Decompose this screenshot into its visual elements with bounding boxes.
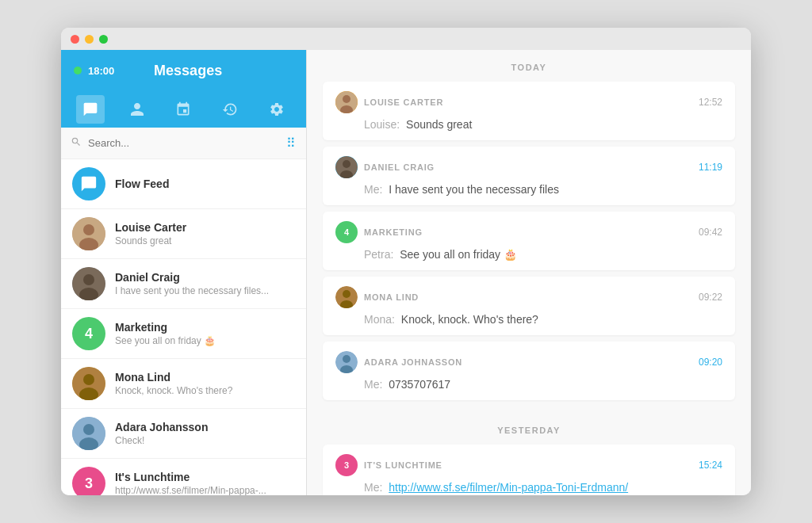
msg-sender-lunchtime: IT'S LUNCHTIME (364, 460, 442, 470)
conversations-list: Flow Feed Louise Carter Sounds gr (61, 159, 306, 495)
svg-point-16 (343, 160, 350, 168)
msg-time-daniel: 11:19 (699, 162, 722, 173)
search-icon (71, 136, 82, 151)
sidebar-nav (61, 91, 306, 128)
avatar-adara-johansson (72, 417, 105, 450)
svg-point-7 (83, 374, 94, 385)
conv-name-flow-feed: Flow Feed (115, 178, 295, 190)
msg-body-marketing: Petra: See you all on friday 🎂 (335, 248, 722, 261)
svg-point-19 (343, 290, 350, 298)
conv-item-flow-feed[interactable]: Flow Feed (61, 159, 306, 209)
msg-sender-daniel: DANIEL CRAIG (364, 162, 435, 172)
svg-point-22 (343, 355, 350, 363)
maximize-button[interactable] (99, 35, 108, 44)
msg-body-mona: Mona: Knock, knock. Who's there? (335, 313, 722, 326)
conv-preview-mona-lind: Knock, knock. Who's there? (115, 385, 295, 396)
messages-area: TODAY LOUISE CARTER (307, 50, 751, 495)
message-card-daniel: DANIEL CRAIG 11:19 Me: I have sent you t… (323, 147, 735, 205)
msg-avatar-adara (335, 351, 358, 373)
avatar-marketing: 4 (72, 317, 105, 350)
msg-sender-marketing: MARKETING (364, 227, 423, 237)
conv-info-louise-carter: Louise Carter Sounds great (115, 221, 295, 246)
conv-name-daniel-craig: Daniel Craig (115, 271, 295, 284)
avatar-daniel-craig (72, 267, 105, 300)
msg-avatar-marketing: 4 (335, 221, 358, 243)
nav-contacts[interactable] (123, 95, 151, 124)
conv-item-mona-lind[interactable]: Mona Lind Knock, knock. Who's there? (61, 359, 306, 409)
msg-avatar-lunchtime: 3 (335, 454, 358, 476)
svg-point-4 (83, 274, 94, 285)
msg-sender-louise: LOUISE CARTER (364, 97, 443, 107)
msg-header-left-louise: LOUISE CARTER (335, 91, 443, 113)
msg-body-daniel: Me: I have sent you the necessary files (335, 183, 722, 196)
search-input[interactable] (88, 137, 280, 149)
conv-item-daniel-craig[interactable]: Daniel Craig I have sent you the necessa… (61, 259, 306, 309)
nav-chat[interactable] (76, 95, 105, 124)
conv-preview-adara-johansson: Check! (115, 435, 295, 446)
nav-settings[interactable] (262, 95, 291, 124)
main-content: 18:00 Messages (61, 50, 751, 495)
msg-header-left-lunchtime: 3 IT'S LUNCHTIME (335, 454, 442, 476)
sidebar-header: 18:00 Messages (61, 50, 306, 91)
avatar-louise-carter (72, 217, 105, 250)
conv-info-adara-johansson: Adara Johansson Check! (115, 421, 295, 446)
conv-item-louise-carter[interactable]: Louise Carter Sounds great (61, 209, 306, 259)
message-card-adara: ADARA JOHNASSON 09:20 Me: 0735707617 (323, 342, 735, 400)
conv-name-mona-lind: Mona Lind (115, 371, 295, 384)
msg-header-mona: MONA LIND 09:22 (335, 286, 722, 308)
conv-name-adara-johansson: Adara Johansson (115, 421, 295, 433)
conv-info-lunchtime: It's Lunchtime http://www.sf.se/filmer/M… (115, 471, 295, 495)
conv-name-marketing: Marketing (115, 321, 295, 334)
msg-header-lunchtime: 3 IT'S LUNCHTIME 15:24 (335, 454, 722, 476)
nav-org[interactable] (169, 95, 197, 124)
header-left: 18:00 (74, 65, 114, 77)
msg-header-daniel: DANIEL CRAIG 11:19 (335, 156, 722, 178)
msg-time-lunchtime: 15:24 (699, 460, 722, 471)
msg-body-lunchtime: Me: http://www.sf.se/filmer/Min-pappa-To… (335, 481, 722, 494)
svg-point-13 (343, 95, 350, 103)
header-title: Messages (154, 63, 222, 79)
msg-header-left-marketing: 4 MARKETING (335, 221, 423, 243)
today-label: TODAY (323, 63, 735, 72)
msg-time-mona: 09:22 (699, 292, 722, 303)
msg-time-louise: 12:52 (699, 97, 722, 108)
sidebar: 18:00 Messages (61, 50, 307, 495)
conv-preview-daniel-craig: I have sent you the necessary files... (115, 285, 295, 296)
msg-header-left-mona: MONA LIND (335, 286, 419, 308)
minimize-button[interactable] (85, 35, 94, 44)
message-card-mona: MONA LIND 09:22 Mona: Knock, knock. Who'… (323, 277, 735, 335)
section-yesterday: YESTERDAY 3 IT'S LUNCHTIME 15:24 Me: htt… (307, 413, 751, 495)
conv-item-lunchtime[interactable]: 3 It's Lunchtime http://www.sf.se/filmer… (61, 459, 306, 495)
close-button[interactable] (71, 35, 79, 44)
msg-avatar-mona (335, 286, 358, 308)
conv-info-daniel-craig: Daniel Craig I have sent you the necessa… (115, 271, 295, 296)
conv-item-adara-johansson[interactable]: Adara Johansson Check! (61, 409, 306, 459)
msg-avatar-louise (335, 91, 358, 113)
conv-item-marketing[interactable]: 4 Marketing See you all on friday 🎂 (61, 309, 306, 359)
nav-history[interactable] (216, 95, 244, 124)
message-card-louise: LOUISE CARTER 12:52 Louise: Sounds great (323, 82, 735, 140)
app-window: 18:00 Messages (61, 28, 751, 495)
msg-header-left-adara: ADARA JOHNASSON (335, 351, 462, 373)
svg-point-10 (83, 424, 94, 435)
yesterday-label: YESTERDAY (323, 426, 735, 435)
msg-time-adara: 09:20 (699, 357, 722, 368)
svg-point-1 (83, 224, 94, 235)
conv-preview-lunchtime: http://www.sf.se/filmer/Min-pappa-... (115, 485, 295, 495)
msg-sender-mona: MONA LIND (364, 292, 419, 302)
grid-dots-icon[interactable]: ⠿ (286, 136, 297, 151)
conv-name-louise-carter: Louise Carter (115, 221, 295, 234)
msg-header-adara: ADARA JOHNASSON 09:20 (335, 351, 722, 373)
message-card-marketing: 4 MARKETING 09:42 Petra: See you all on … (323, 212, 735, 270)
msg-header-left-daniel: DANIEL CRAIG (335, 156, 435, 178)
conv-name-lunchtime: It's Lunchtime (115, 471, 295, 483)
search-bar: ⠿ (61, 128, 306, 159)
header-time: 18:00 (88, 65, 114, 77)
online-indicator (74, 67, 82, 74)
conv-info-marketing: Marketing See you all on friday 🎂 (115, 321, 295, 346)
msg-avatar-daniel (335, 156, 358, 178)
lunchtime-link[interactable]: http://www.sf.se/filmer/Min-pappa-Toni-E… (389, 481, 628, 494)
avatar-lunchtime: 3 (72, 467, 105, 495)
conv-info-flow-feed: Flow Feed (115, 178, 295, 190)
msg-header-marketing: 4 MARKETING 09:42 (335, 221, 722, 243)
